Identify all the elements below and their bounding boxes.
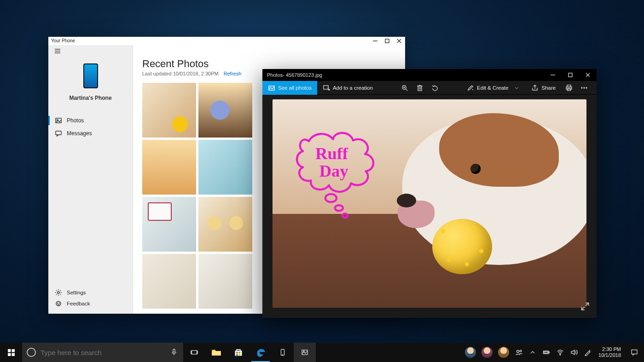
ink-workspace-icon[interactable]: [581, 349, 595, 356]
photo-thumbnail[interactable]: [198, 83, 252, 138]
collection-icon: [268, 84, 275, 92]
more-button[interactable]: [577, 81, 592, 95]
svg-point-13: [59, 303, 59, 303]
photos-titlebar[interactable]: Photos- 4567890123.jpg: [262, 69, 597, 81]
svg-rect-56: [212, 351, 220, 356]
add-to-creation-button[interactable]: Add to a creation: [317, 81, 378, 95]
chevron-down-icon: [513, 84, 520, 92]
your-phone-sidebar: Martina's Phone Photos Messages: [48, 45, 133, 314]
phone-icon: [83, 63, 98, 88]
battery-icon[interactable]: [540, 349, 553, 356]
svg-line-45: [586, 303, 588, 306]
people-avatar[interactable]: [498, 347, 509, 358]
svg-rect-70: [544, 352, 548, 353]
people-avatar[interactable]: [465, 347, 476, 358]
people-avatar[interactable]: [482, 347, 493, 358]
edge-button[interactable]: [249, 343, 272, 362]
refresh-link[interactable]: Refresh: [224, 71, 242, 76]
sidebar-item-label: Settings: [67, 290, 86, 295]
sidebar-item-label: Feedback: [67, 301, 90, 306]
svg-point-44: [342, 213, 348, 218]
search-input[interactable]: [41, 349, 165, 356]
tray-chevron-icon[interactable]: [526, 349, 540, 356]
svg-line-26: [406, 89, 407, 91]
photo-thumbnail[interactable]: [142, 254, 196, 309]
photo-thumbnail[interactable]: [198, 254, 252, 309]
page-title: Recent Photos: [142, 58, 396, 70]
add-creation-icon: [323, 84, 330, 92]
see-all-photos-button[interactable]: See all photos: [262, 81, 317, 95]
fullscreen-button[interactable]: [578, 299, 592, 313]
svg-rect-19: [324, 86, 328, 89]
svg-point-67: [520, 350, 522, 352]
people-button[interactable]: [512, 349, 526, 356]
svg-point-43: [335, 205, 343, 211]
sidebar-item-messages[interactable]: Messages: [48, 127, 133, 140]
photo-thumbnail[interactable]: [142, 197, 196, 252]
start-button[interactable]: [0, 343, 22, 362]
close-button[interactable]: [579, 69, 597, 81]
svg-rect-58: [236, 352, 238, 354]
clock-time: 2:30 PM: [598, 346, 621, 352]
gear-icon: [55, 289, 62, 296]
search-box[interactable]: [22, 343, 183, 362]
action-center-button[interactable]: [625, 349, 644, 356]
sidebar-item-photos[interactable]: Photos: [48, 114, 133, 127]
print-button[interactable]: [561, 81, 576, 95]
maximize-button[interactable]: [562, 69, 579, 81]
cortana-icon: [27, 348, 36, 357]
messages-icon: [55, 130, 62, 137]
photos-window: Photos- 4567890123.jpg See all photos Ad…: [262, 69, 597, 318]
edit-create-button[interactable]: Edit & Create: [461, 81, 526, 95]
minimize-button[interactable]: [544, 69, 562, 81]
microphone-icon[interactable]: [169, 348, 179, 357]
svg-rect-48: [12, 349, 14, 352]
connected-phone: Martina's Phone: [48, 55, 133, 106]
svg-rect-50: [12, 353, 14, 356]
svg-rect-9: [56, 131, 61, 135]
photos-taskbar-button[interactable]: [294, 343, 316, 362]
svg-rect-1: [385, 39, 389, 43]
photo-thumbnail[interactable]: [142, 83, 196, 138]
svg-rect-47: [8, 349, 11, 352]
zoom-button[interactable]: [397, 81, 412, 95]
feedback-icon: [55, 300, 62, 307]
phone-name: Martina's Phone: [69, 95, 111, 101]
maximize-button[interactable]: [381, 37, 393, 45]
sidebar-item-settings[interactable]: Settings: [48, 287, 133, 298]
sidebar-item-feedback[interactable]: Feedback: [48, 298, 133, 309]
svg-point-71: [560, 354, 561, 355]
your-phone-title: Your Phone: [51, 38, 75, 43]
store-button[interactable]: [227, 343, 249, 362]
share-button[interactable]: Share: [526, 81, 561, 95]
your-phone-titlebar[interactable]: Your Phone: [48, 37, 405, 45]
photo-canvas[interactable]: Ruff Day: [273, 99, 586, 308]
photo-thumbnail[interactable]: [142, 140, 196, 195]
sidebar-item-label: Photos: [67, 117, 84, 124]
svg-line-72: [589, 350, 590, 351]
photo-thumbnail[interactable]: [198, 197, 252, 252]
svg-point-41: [586, 87, 587, 88]
wifi-icon[interactable]: [553, 349, 567, 356]
volume-icon[interactable]: [567, 349, 581, 356]
ink-text-line1: Ruff: [315, 144, 348, 163]
your-phone-taskbar-button[interactable]: [272, 343, 294, 362]
svg-line-46: [582, 307, 585, 310]
rotate-button[interactable]: [428, 81, 443, 95]
photo-thumbnail[interactable]: [198, 140, 252, 195]
photos-toolbar: See all photos Add to a creation Edit & …: [262, 81, 597, 95]
svg-point-66: [517, 351, 519, 353]
minimize-button[interactable]: [369, 37, 381, 45]
svg-point-10: [58, 292, 60, 294]
svg-rect-53: [191, 351, 197, 354]
file-explorer-button[interactable]: [205, 343, 227, 362]
svg-rect-73: [632, 350, 637, 354]
delete-button[interactable]: [412, 81, 427, 95]
svg-rect-61: [239, 354, 241, 356]
hamburger-icon[interactable]: [51, 47, 64, 55]
clock[interactable]: 2:30 PM 10/1/2018: [595, 346, 625, 358]
close-button[interactable]: [393, 37, 405, 45]
svg-point-40: [584, 87, 585, 88]
svg-rect-15: [569, 73, 572, 77]
task-view-button[interactable]: [183, 343, 205, 362]
